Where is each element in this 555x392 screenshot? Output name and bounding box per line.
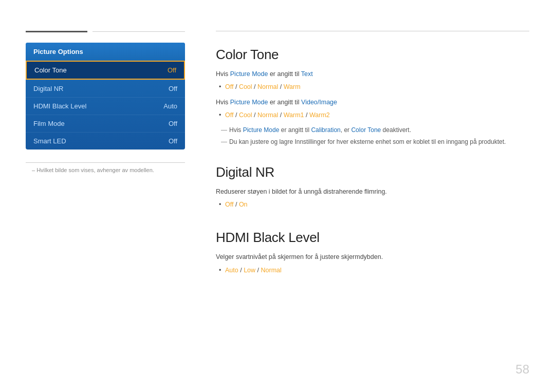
opt-cool-1: Cool bbox=[239, 83, 252, 90]
color-tone-para1: Hvis Picture Mode er angitt til Text bbox=[216, 69, 529, 80]
picture-options-panel: Picture Options Color ToneOffDigital NRO… bbox=[26, 43, 185, 150]
opt-warm1: Warm1 bbox=[284, 111, 304, 119]
section-body-digital-nr: Reduserer støyen i bildet for å unngå di… bbox=[216, 186, 529, 211]
bullet-off-on: Off / On bbox=[216, 199, 529, 210]
link-video-image: Video/Image bbox=[301, 99, 337, 106]
digital-nr-desc: Reduserer støyen i bildet for å unngå di… bbox=[216, 186, 529, 197]
color-tone-list-1: Off / Cool / Normal / Warm bbox=[216, 82, 529, 92]
section-body-color-tone: Hvis Picture Mode er angitt til Text Off… bbox=[216, 69, 529, 147]
section-hdmi-black-level: HDMI Black Level Velger svartnivået på s… bbox=[216, 230, 529, 280]
hdmi-list: Auto / Low / Normal bbox=[216, 265, 529, 276]
link-picture-mode-3: Picture Mode bbox=[243, 126, 280, 134]
digital-nr-list: Off / On bbox=[216, 199, 529, 210]
top-decorative-lines bbox=[26, 31, 185, 32]
opt-normal-1: Normal bbox=[257, 83, 278, 90]
section-title-color-tone: Color Tone bbox=[216, 47, 529, 63]
bullet-off-cool-normal-warm1-warm2: Off / Cool / Normal / Warm1 / Warm2 bbox=[216, 110, 529, 121]
opt-on-nr: On bbox=[239, 201, 248, 208]
link-calibration: Calibration bbox=[311, 126, 340, 134]
color-tone-list-2: Off / Cool / Normal / Warm1 / Warm2 bbox=[216, 110, 529, 121]
hdmi-desc: Velger svartnivået på skjermen for å jus… bbox=[216, 252, 529, 263]
line-short bbox=[26, 31, 87, 32]
page-number: 58 bbox=[515, 362, 529, 377]
bullet-off-cool-normal-warm: Off / Cool / Normal / Warm bbox=[216, 82, 529, 92]
opt-off-1: Off bbox=[225, 83, 233, 90]
note-justere: ― Du kan justere og lagre Innstillinger … bbox=[216, 137, 529, 147]
opt-low: Low bbox=[244, 267, 255, 274]
link-picture-mode-2: Picture Mode bbox=[230, 99, 268, 106]
section-title-digital-nr: Digital NR bbox=[216, 164, 529, 180]
section-digital-nr: Digital NR Reduserer støyen i bildet for… bbox=[216, 164, 529, 215]
opt-cool-2: Cool bbox=[239, 111, 252, 119]
color-tone-para2: Hvis Picture Mode er angitt til Video/Im… bbox=[216, 97, 529, 108]
note-calibration: ― Hvis Picture Mode er angitt til Calibr… bbox=[216, 125, 529, 135]
menu-item-smart-led[interactable]: Smart LEDOff bbox=[26, 132, 185, 150]
menu-item-hdmi-black-level[interactable]: HDMI Black LevelAuto bbox=[26, 97, 185, 115]
opt-warm-1: Warm bbox=[284, 83, 301, 90]
opt-auto: Auto bbox=[225, 267, 238, 274]
section-body-hdmi: Velger svartnivået på skjermen for å jus… bbox=[216, 252, 529, 276]
link-picture-mode-1: Picture Mode bbox=[230, 70, 268, 78]
link-color-tone: Color Tone bbox=[351, 126, 381, 134]
opt-normal-hdmi: Normal bbox=[261, 267, 282, 274]
opt-off-nr: Off bbox=[225, 201, 233, 208]
section-title-hdmi: HDMI Black Level bbox=[216, 230, 529, 246]
left-column: Picture Options Color ToneOffDigital NRO… bbox=[26, 31, 185, 371]
panel-title: Picture Options bbox=[26, 43, 185, 61]
opt-off-2: Off bbox=[225, 111, 233, 119]
menu-item-digital-nr[interactable]: Digital NROff bbox=[26, 80, 185, 97]
menu-item-color-tone[interactable]: Color ToneOff bbox=[26, 61, 185, 80]
page-container: Picture Options Color ToneOffDigital NRO… bbox=[0, 0, 555, 392]
menu-item-film-mode[interactable]: Film ModeOff bbox=[26, 115, 185, 132]
link-text: Text bbox=[301, 70, 313, 78]
bullet-auto-low-normal: Auto / Low / Normal bbox=[216, 265, 529, 276]
right-top-line bbox=[216, 31, 529, 31]
opt-warm2: Warm2 bbox=[309, 111, 330, 119]
opt-normal-2: Normal bbox=[257, 111, 278, 119]
line-long bbox=[92, 31, 185, 32]
section-color-tone: Color Tone Hvis Picture Mode er angitt t… bbox=[216, 47, 529, 149]
footnote: – Hvilket bilde som vises, avhenger av m… bbox=[26, 162, 185, 173]
right-column: Color Tone Hvis Picture Mode er angitt t… bbox=[216, 31, 529, 371]
